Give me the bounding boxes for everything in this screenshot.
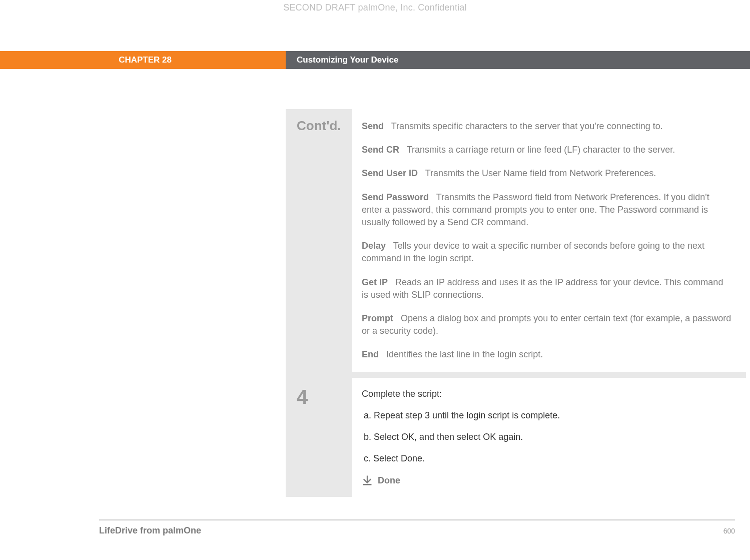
def-send-password: Send Password Transmits the Password fie… — [362, 191, 732, 229]
block-step4: 4 Complete the script: a. Repeat step 3 … — [286, 378, 746, 497]
def-term: End — [362, 349, 379, 359]
def-desc: Identifies the last line in the login sc… — [386, 349, 543, 359]
def-send: Send Transmits specific characters to th… — [362, 120, 732, 133]
watermark-text: SECOND DRAFT palmOne, Inc. Confidential — [0, 3, 750, 13]
def-desc: Transmits the User Name field from Netwo… — [425, 168, 656, 178]
def-desc: Transmits specific characters to the ser… — [391, 121, 663, 131]
def-get-ip: Get IP Reads an IP address and uses it a… — [362, 276, 732, 301]
page-footer: LifeDrive from palmOne 600 — [99, 519, 735, 536]
def-send-cr: Send CR Transmits a carriage return or l… — [362, 144, 732, 156]
def-desc: Transmits a carriage return or line feed… — [407, 145, 675, 155]
step4-c: c. Select Done. — [362, 453, 732, 464]
body-col-4: Complete the script: a. Repeat step 3 un… — [352, 378, 746, 497]
done-row: Done — [362, 475, 732, 486]
def-term: Send Password — [362, 192, 429, 202]
step4-a: a. Repeat step 3 until the login script … — [362, 410, 732, 421]
def-term: Send User ID — [362, 168, 418, 178]
step4-lead: Complete the script: — [362, 389, 732, 399]
chapter-header-bar: CHAPTER 28 Customizing Your Device — [0, 51, 750, 69]
chapter-title: Customizing Your Device — [286, 51, 750, 69]
def-desc: Reads an IP address and uses it as the I… — [362, 277, 723, 300]
def-term: Delay — [362, 241, 386, 251]
contd-label: Cont'd. — [297, 118, 352, 134]
def-prompt: Prompt Opens a dialog box and prompts yo… — [362, 312, 732, 337]
done-arrow-icon — [362, 475, 373, 486]
chapter-number: CHAPTER 28 — [0, 51, 286, 69]
def-desc: Opens a dialog box and prompts you to en… — [362, 313, 731, 336]
def-end: End Identifies the last line in the logi… — [362, 348, 732, 361]
block-contd: Cont'd. Send Transmits specific characte… — [286, 109, 746, 378]
def-send-user-id: Send User ID Transmits the User Name fie… — [362, 167, 732, 180]
def-term: Send CR — [362, 145, 399, 155]
step-col-contd: Cont'd. — [286, 109, 352, 372]
def-desc: Tells your device to wait a specific num… — [362, 241, 704, 263]
def-term: Send — [362, 121, 384, 131]
footer-title: LifeDrive from palmOne — [99, 525, 201, 536]
def-term: Prompt — [362, 313, 393, 323]
def-delay: Delay Tells your device to wait a specif… — [362, 240, 732, 265]
footer-page-number: 600 — [723, 527, 735, 535]
def-term: Get IP — [362, 277, 388, 287]
content-panel: Cont'd. Send Transmits specific characte… — [286, 109, 746, 497]
step-number-4: 4 — [297, 387, 352, 407]
step-col-4: 4 — [286, 378, 352, 497]
body-col-contd: Send Transmits specific characters to th… — [352, 109, 746, 372]
step4-b: b. Select OK, and then select OK again. — [362, 432, 732, 442]
done-label: Done — [378, 475, 400, 486]
